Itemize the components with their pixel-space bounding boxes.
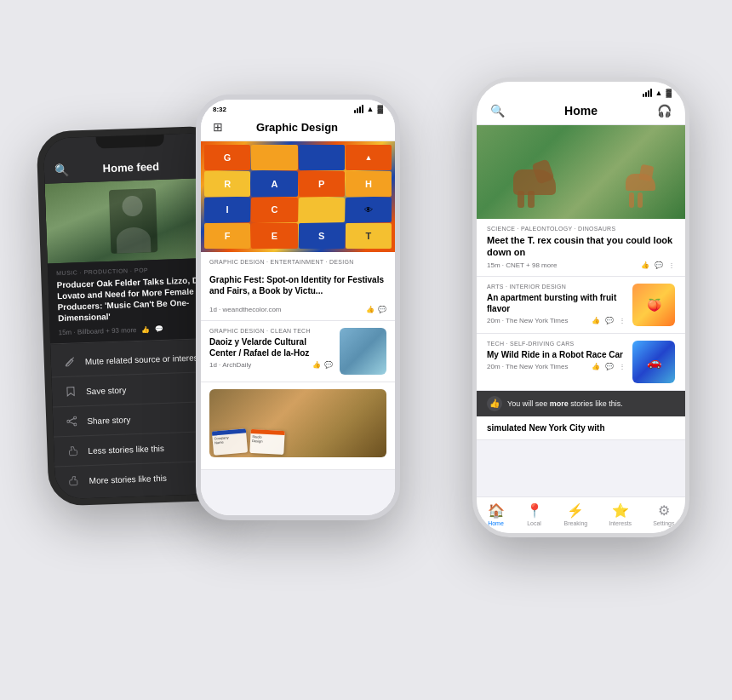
tab-settings-label: Settings [653,520,674,526]
hero-article-meta: SCIENCE · PALEONTOLOGY · DINOSAURS [487,226,675,232]
art1-more[interactable]: ⋮ [619,317,626,324]
article-right-1-title: An apartment bursting with fruit flavor [487,292,626,314]
search-icon-right[interactable]: 🔍 [490,104,505,118]
article-2-source: 1d · ArchDaily 👍 💬 [209,361,333,369]
phone-middle-hero-banner: G ▲ R A P H I C 👁 F E S T [201,141,395,252]
comment-icon[interactable]: 💬 [155,325,163,333]
art2-more[interactable]: ⋮ [619,363,626,370]
svg-point-2 [67,420,70,422]
phones-container: 🔍 Home feed MUSIC · PRODUCTION · POP Pro… [43,43,689,657]
phone-middle-article-3[interactable]: CompanyName StudioDesign [201,382,395,470]
phone-right-article-2[interactable]: TECH · SELF-DRIVING CARS My Wild Ride in… [477,334,685,391]
notif-thumb-icon: 👍 [487,396,502,411]
phone-middle-article-2[interactable]: GRAPHIC DESIGN · CLEAN TECH Daoiz y Vela… [201,321,395,382]
art1-thumbup[interactable]: 👍 [592,317,600,324]
settings-tab-icon: ⚙ [658,502,670,519]
phone-middle-screen: 8:32 ▲ ▓ ⊞ Graphic Design [201,100,395,515]
tab-breaking[interactable]: ⚡ Breaking [564,502,588,526]
article-1-title: Graphic Fest: Spot-on Identity for Festi… [209,274,386,296]
tab-breaking-label: Breaking [564,520,588,526]
tab-local-label: Local [527,520,541,526]
article-right-2-text: TECH · SELF-DRIVING CARS My Wild Ride in… [487,341,626,370]
tab-settings[interactable]: ⚙ Settings [653,502,674,526]
article-right-2-source: 20m · The New York Times 👍 💬 ⋮ [487,363,626,370]
hero-article-text: SCIENCE · PALEONTOLOGY · DINOSAURS Meet … [487,226,675,269]
phone-right-article-1[interactable]: ARTS · INTERIOR DESIGN An apartment burs… [477,277,685,334]
like-icon [66,473,81,488]
menu-label-mute: Mute related source or interest [85,353,201,366]
home-tab-icon: 🏠 [488,502,505,519]
tab-local[interactable]: 📍 Local [526,502,543,526]
grid-icon[interactable]: ⊞ [213,120,223,134]
tab-interests[interactable]: ⭐ Interests [609,502,632,526]
article-right-1-source: 20m · The New York Times 👍 💬 ⋮ [487,317,626,324]
art2-thumbup[interactable]: 👍 [592,363,600,370]
article-right-1-thumb: 🍑 [632,284,675,326]
interests-tab-icon: ⭐ [612,502,629,519]
thumbup-icon[interactable]: 👍 [141,325,150,333]
phone-right-header: 🔍 Home 🎧 [477,100,685,125]
phone-left-hero [45,178,221,264]
hero-article-source: 15m · CNET + 98 more 👍 💬 ⋮ [487,261,675,269]
breaking-tab-icon: ⚡ [567,502,584,519]
hero-comment[interactable]: 💬 [655,261,663,269]
article-1-comment[interactable]: 💬 [378,306,386,313]
local-tab-icon: 📍 [526,502,543,519]
hero-more[interactable]: ⋮ [668,261,675,269]
menu-label-save: Save story [86,385,127,396]
menu-label-less: Less stories like this [88,443,164,455]
hero-article-title: Meet the T. rex cousin that you could lo… [487,234,675,259]
article-2-title: Daoiz y Velarde Cultural Center / Rafael… [209,336,333,359]
signal-bars-right [643,89,652,97]
tab-interests-label: Interests [609,520,632,526]
signal-bars [354,105,363,113]
phone-right-hero-article[interactable]: SCIENCE · PALEONTOLOGY · DINOSAURS Meet … [477,219,685,277]
search-icon[interactable]: 🔍 [54,163,70,177]
article-right-2-thumb: 🚗 [632,341,675,383]
battery-icon: ▓ [377,105,383,113]
phone-middle-time: 8:32 [213,106,226,113]
phone-right-status-bar: ▲ ▓ [477,82,685,100]
article-2-like[interactable]: 👍 [312,361,321,369]
article-right-1-text: ARTS · INTERIOR DESIGN An apartment burs… [487,284,626,324]
article-1-source: 1d · weandthecolor.com 👍 💬 [209,306,386,313]
bookmark-icon [64,384,78,399]
svg-line-5 [70,422,74,424]
article-right-2-meta: TECH · SELF-DRIVING CARS [487,341,626,347]
article-2-comment[interactable]: 💬 [324,361,333,369]
phone-middle-header: ⊞ Graphic Design [201,117,395,141]
phone-right-title: Home [564,104,598,118]
article-1-meta: GRAPHIC DESIGN · ENTERTAINMENT · DESIGN [209,259,386,265]
article-right-1-meta: ARTS · INTERIOR DESIGN [487,284,626,290]
phone-right-hero-img [477,125,685,219]
article-1-like[interactable]: 👍 [366,306,375,313]
phone-left-title: Home feed [102,160,159,175]
pencil-slash-icon [63,354,77,369]
tab-bar: 🏠 Home 📍 Local ⚡ Breaking ⭐ Interests ⚙ [477,496,685,533]
headphones-icon[interactable]: 🎧 [657,104,672,118]
art2-comment[interactable]: 💬 [605,363,614,370]
phone-right-screen: ▲ ▓ 🔍 Home 🎧 [477,82,685,533]
tab-home-label: Home [488,520,504,526]
article-3-image: CompanyName StudioDesign [209,389,386,457]
menu-label-share: Share story [87,415,130,426]
share-icon [65,414,79,428]
dislike-icon [66,444,80,458]
notification-bar: 👍 You will see more stories like this. [477,391,685,416]
svg-point-3 [74,423,77,426]
art1-comment[interactable]: 💬 [605,317,614,324]
wifi-icon-right: ▲ [655,89,663,97]
svg-line-4 [70,418,74,421]
tab-home[interactable]: 🏠 Home [488,502,505,526]
notification-text: You will see more stories like this. [507,399,623,408]
phone-middle-status-bar: 8:32 ▲ ▓ [201,100,395,117]
status-icons-right: ▲ ▓ [643,89,672,97]
article-2-text: GRAPHIC DESIGN · CLEAN TECH Daoiz y Vela… [209,328,333,375]
phone-middle-article-1[interactable]: GRAPHIC DESIGN · ENTERTAINMENT · DESIGN … [201,252,395,321]
svg-point-1 [74,416,77,419]
phone-right: ▲ ▓ 🔍 Home 🎧 [472,77,689,537]
partial-article-row[interactable]: simulated New York City with [477,416,685,440]
phone-left-notch [96,135,164,149]
hero-thumbup[interactable]: 👍 [641,261,649,269]
status-icons: ▲ ▓ [354,105,383,113]
